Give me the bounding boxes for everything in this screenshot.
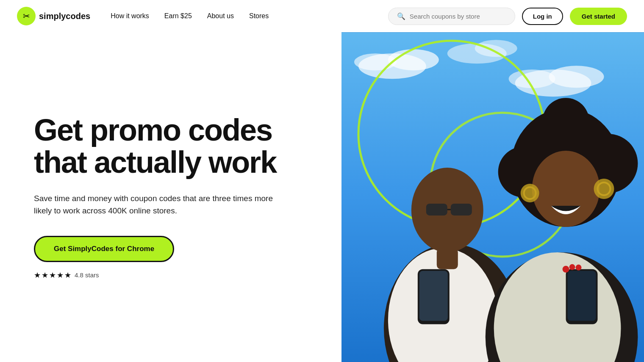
svg-point-3 [354,53,397,70]
svg-point-25 [542,98,589,144]
left-panel: Get promo codes that actually work Save … [0,32,341,362]
svg-point-5 [549,66,604,88]
nav-links: How it works Earn $25 About us Stores [111,12,269,20]
svg-point-30 [597,182,610,195]
star-5: ★ [64,271,71,280]
nav-link-how-it-works[interactable]: How it works [111,12,149,20]
rating-row: ★ ★ ★ ★ ★ 4.8 stars [34,271,308,280]
svg-rect-17 [436,248,458,269]
chrome-extension-button[interactable]: Get SimplyCodes for Chrome [34,236,174,262]
svg-rect-15 [450,204,472,216]
svg-point-34 [569,264,575,270]
star-1: ★ [34,271,41,280]
hero-subtitle: Save time and money with coupon codes th… [34,192,280,217]
logo-icon: ✂ [17,7,36,25]
nav-link-earn[interactable]: Earn $25 [164,12,192,20]
rating-value: 4.8 stars [75,271,99,279]
svg-rect-19 [419,271,447,321]
main-content: Get promo codes that actually work Save … [0,32,644,362]
navbar-right: 🔍 Log in Get started [388,8,627,25]
search-input[interactable] [410,13,506,20]
right-panel [341,32,644,362]
logo-text: simplycodes [39,11,90,21]
navbar: ✂ simplycodes How it works Earn $25 Abou… [0,0,644,32]
nav-link-stores[interactable]: Stores [249,12,269,20]
hero-title-line1: Get promo codes [34,113,272,147]
logo[interactable]: ✂ simplycodes [17,7,90,25]
star-rating: ★ ★ ★ ★ ★ [34,271,71,280]
search-icon: 🔍 [397,12,405,20]
svg-point-26 [532,151,600,227]
svg-rect-32 [567,271,596,321]
get-started-button[interactable]: Get started [570,8,627,25]
scissors-icon: ✂ [23,11,30,21]
nav-link-about[interactable]: About us [207,12,234,20]
star-4: ★ [57,271,64,280]
hero-title: Get promo codes that actually work [34,114,308,178]
svg-point-28 [524,187,536,199]
hero-title-line2: that actually work [34,145,276,179]
svg-rect-14 [426,204,447,216]
svg-point-33 [562,266,569,273]
hero-illustration [341,32,644,362]
login-button[interactable]: Log in [522,8,563,25]
navbar-left: ✂ simplycodes How it works Earn $25 Abou… [17,7,269,25]
star-3: ★ [49,271,56,280]
svg-point-8 [475,40,517,57]
search-bar[interactable]: 🔍 [388,8,515,25]
svg-point-35 [575,265,581,271]
star-2: ★ [42,271,48,280]
